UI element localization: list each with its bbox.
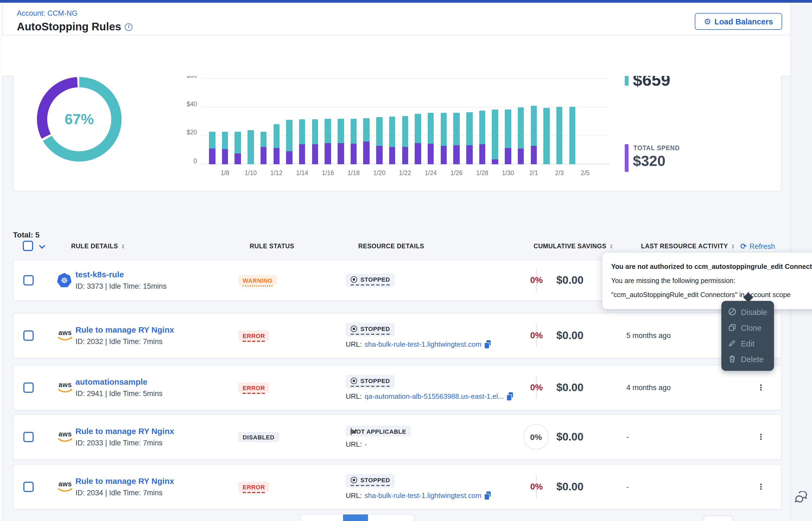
context-menu-item-delete[interactable]: Delete bbox=[728, 353, 768, 366]
pagination-current-page[interactable] bbox=[343, 515, 368, 521]
y-axis-tick-label: $60 bbox=[187, 76, 197, 78]
stopped-icon bbox=[351, 477, 357, 483]
savings-value: $0.00 bbox=[556, 481, 583, 493]
resource-url-link[interactable]: sha-bulk-rule-test-1.lightwingtest.com bbox=[364, 340, 482, 348]
rule-status-badge[interactable]: ERROR bbox=[238, 331, 269, 341]
autostopping-rules-page: Account: CCM-NG AutoStopping Rules i ⚙ L… bbox=[0, 0, 812, 521]
savings-segment bbox=[479, 111, 485, 144]
select-all-checkbox[interactable] bbox=[23, 241, 33, 251]
url-prefix: URL: bbox=[346, 392, 362, 400]
rule-name-link[interactable]: Rule to manage RY Nginx bbox=[76, 324, 174, 335]
spend-segment bbox=[531, 146, 537, 164]
context-menu-item-disable[interactable]: Disable bbox=[728, 306, 768, 319]
rule-status-badge[interactable]: ERROR bbox=[238, 383, 269, 393]
context-menu-item-edit[interactable]: Edit bbox=[728, 337, 768, 350]
copy-icon[interactable] bbox=[484, 340, 491, 348]
rule-table-row: awsRule to manage RY NginxID: 2033 | Idl… bbox=[13, 414, 782, 460]
rule-name-link[interactable]: automationsample bbox=[76, 377, 163, 387]
rule-meta: ID: 2034 | Idle Time: 7mins bbox=[76, 488, 174, 498]
spend-segment bbox=[209, 149, 215, 164]
savings-segment bbox=[248, 130, 254, 164]
copy-icon[interactable] bbox=[484, 492, 491, 500]
stopped-icon bbox=[351, 325, 357, 332]
savings-percent-ring: 0% bbox=[523, 424, 549, 450]
rule-name-link[interactable]: test-k8s-rule bbox=[76, 269, 167, 279]
rule-status-cell: ERROR bbox=[238, 383, 269, 393]
x-axis-tick-label: 2/1 bbox=[530, 170, 538, 176]
sort-icon[interactable]: ▲▼ bbox=[731, 244, 735, 249]
tooltip-line: You are not authorized to ccm_autostoppi… bbox=[611, 260, 812, 274]
select-menu-chevron-icon[interactable] bbox=[39, 245, 46, 249]
spend-segment bbox=[273, 148, 280, 164]
total-savings-value: $659 bbox=[633, 76, 670, 90]
savings-segment bbox=[428, 113, 434, 144]
row-checkbox[interactable] bbox=[23, 432, 34, 442]
account-breadcrumb[interactable]: Account: CCM-NG bbox=[17, 9, 78, 17]
pagination-secondary-control[interactable] bbox=[703, 516, 733, 521]
spend-segment bbox=[389, 147, 396, 164]
resource-url-link[interactable]: qa-automation-alb-515563988.us-east-1.el… bbox=[364, 392, 504, 400]
delete-icon bbox=[728, 354, 736, 365]
refresh-button[interactable]: ⟳ Refresh bbox=[740, 242, 775, 250]
resource-status-badge: NOT APPLICABLE bbox=[346, 426, 411, 436]
resource-status-text: STOPPED bbox=[360, 378, 390, 384]
resource-url-link[interactable]: sha-bulk-rule-test-1.lightwingtest.com bbox=[364, 492, 482, 500]
savings-segment bbox=[286, 120, 292, 152]
context-menu-label: Edit bbox=[741, 339, 754, 348]
rule-name-link[interactable]: Rule to manage RY Nginx bbox=[76, 426, 174, 436]
rule-details-cell: Rule to manage RY NginxID: 2032 | Idle T… bbox=[76, 324, 174, 347]
context-menu-item-clone[interactable]: Clone bbox=[728, 321, 768, 335]
rule-name-link[interactable]: Rule to manage RY Nginx bbox=[76, 476, 174, 486]
spend-segment bbox=[518, 149, 524, 164]
resource-url-line: URL:qa-automation-alb-515563988.us-east-… bbox=[346, 392, 513, 400]
rule-meta: ID: 2032 | Idle Time: 7mins bbox=[76, 336, 174, 347]
resource-status-badge[interactable]: STOPPED bbox=[346, 474, 395, 488]
pagination-bar[interactable] bbox=[300, 514, 415, 521]
column-resource-details: RESOURCE DETAILS bbox=[358, 243, 424, 249]
x-axis-tick-label: 1/10 bbox=[244, 170, 257, 176]
aws-icon: aws bbox=[57, 382, 73, 393]
resource-status-badge[interactable]: STOPPED bbox=[346, 375, 395, 388]
kebab-menu-button[interactable]: ⋮ bbox=[755, 430, 767, 444]
spend-segment bbox=[453, 145, 460, 164]
refresh-icon: ⟳ bbox=[740, 242, 747, 250]
column-cumulative-savings: CUMULATIVE SAVINGS ▲▼ bbox=[534, 243, 613, 249]
savings-segment bbox=[492, 110, 498, 159]
spend-savings-bar-chart: 0$20$40$601/81/101/121/141/161/181/201/2… bbox=[201, 78, 610, 164]
kebab-menu-button[interactable]: ⋮ bbox=[755, 381, 767, 395]
chat-help-icon[interactable] bbox=[794, 491, 809, 507]
savings-value: $0.00 bbox=[556, 431, 583, 443]
row-checkbox[interactable] bbox=[23, 275, 34, 286]
kubernetes-wheel-icon: ☸ bbox=[57, 273, 72, 288]
tooltip-line: "ccm_autoStoppingRule_edit Connectors" i… bbox=[611, 288, 812, 302]
resource-status-badge[interactable]: STOPPED bbox=[346, 273, 395, 287]
rule-status-text: ERROR bbox=[243, 385, 265, 394]
rule-status-badge[interactable]: WARNING bbox=[238, 275, 277, 286]
clone-icon bbox=[728, 323, 736, 333]
spend-segment bbox=[466, 145, 472, 164]
sort-icon[interactable]: ▲▼ bbox=[121, 244, 125, 249]
sort-icon[interactable]: ▲▼ bbox=[610, 244, 613, 249]
context-menu-label: Clone bbox=[741, 324, 762, 332]
savings-segment bbox=[556, 107, 562, 164]
column-rule-status: RULE STATUS bbox=[250, 243, 294, 249]
info-icon[interactable]: i bbox=[125, 23, 132, 31]
rule-status-cell: WARNING bbox=[238, 275, 277, 286]
x-axis-tick-label: 2/3 bbox=[555, 170, 564, 176]
load-balancers-button[interactable]: ⚙ Load Balancers bbox=[695, 13, 782, 30]
savings-segment bbox=[466, 112, 472, 145]
resource-details-cell: STOPPEDURL:sha-bulk-rule-test-1.lightwin… bbox=[346, 474, 491, 500]
x-axis-tick-label: 1/12 bbox=[270, 170, 282, 176]
resource-url-link[interactable]: - bbox=[364, 440, 367, 448]
spend-segment bbox=[260, 147, 267, 164]
url-prefix: URL: bbox=[346, 340, 362, 348]
kebab-menu-button[interactable]: ⋮ bbox=[755, 480, 767, 494]
row-checkbox[interactable] bbox=[23, 383, 34, 393]
rule-status-badge[interactable]: ERROR bbox=[238, 482, 269, 492]
row-checkbox[interactable] bbox=[23, 331, 34, 341]
page-title-text: AutoStopping Rules bbox=[17, 21, 121, 33]
copy-icon[interactable] bbox=[507, 392, 513, 400]
x-axis-tick-label: 2/5 bbox=[581, 170, 590, 176]
resource-status-badge[interactable]: STOPPED bbox=[346, 323, 395, 336]
row-checkbox[interactable] bbox=[23, 482, 34, 492]
